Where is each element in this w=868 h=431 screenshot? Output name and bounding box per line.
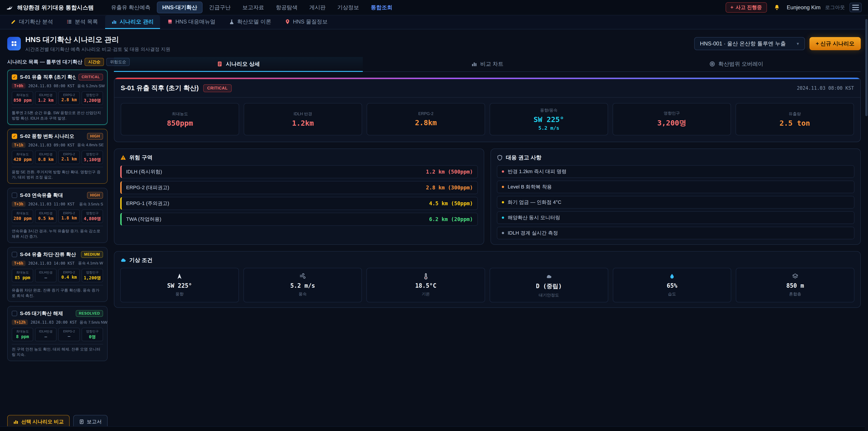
incident-select[interactable]: HNS-001 · 울산 온산항 톨루엔 누출 ▾ (694, 37, 805, 50)
page-scrollbar[interactable] (865, 16, 868, 431)
scenario-stat: ERPG-22.8 km (58, 91, 80, 105)
scenario-card-s02[interactable]: S-02 풍향 변화 시나리오 HIGH T+1h 2024.11.03 09:… (7, 129, 107, 184)
nav-item-oil-spill-prediction[interactable]: 유출유 확산예측 (105, 2, 156, 13)
scenario-checkbox[interactable] (12, 311, 17, 316)
scenario-card-s03[interactable]: S-03 연속유출 확대 HIGH T+3h 2024.11.03 11:00 … (7, 188, 107, 243)
stat-value: 1,200명 (84, 275, 101, 281)
scenario-description: 전 구역 안전 농도 확인. 대피 해제. 잔류 오염 모니터링 지속. (12, 344, 103, 358)
stat-label: 영향인구 (86, 152, 99, 156)
footer-bar (0, 426, 868, 431)
sort-by-time-button[interactable]: 시간순 (85, 58, 104, 66)
page-grid-icon (7, 37, 21, 51)
nav-item-integrated-search[interactable]: 통합조회 (365, 2, 398, 13)
recommendation-text: 반경 1.2km 즉시 대피 명령 (508, 168, 566, 175)
new-scenario-button[interactable]: + 신규 시나리오 (809, 37, 861, 50)
stat-label: 영향인구 (86, 271, 99, 275)
scenario-wind: 풍속 3.5m/s S (79, 202, 103, 207)
danger-zone-row-erpg2: ERPG-2 (대피권고) 2.8 km (300ppm) (120, 181, 478, 194)
stat-value: 420 ppm (13, 157, 31, 162)
scenario-stat: 영향인구5,100명 (82, 151, 103, 164)
tab-hns-substance-info[interactable]: HNS 물질정보 (278, 16, 334, 29)
time-offset-badge: T+3h (12, 202, 26, 207)
cloud-icon (546, 273, 552, 280)
tab-label: 대기확산 분석 (19, 18, 53, 25)
tab-label: 시나리오 관리 (120, 18, 154, 25)
stat-label: IDLH반경 (39, 271, 53, 275)
stat-value: — (44, 275, 47, 280)
tab-scenario-detail[interactable]: 시나리오 상세 (114, 57, 363, 72)
scenario-checkbox[interactable] (12, 74, 17, 80)
brand-title: 해양환경 위기대응 통합시스템 (17, 4, 94, 11)
weather-label: 습도 (668, 291, 676, 297)
scenario-checkbox[interactable] (12, 192, 17, 198)
hamburger-menu-button[interactable] (849, 3, 862, 12)
tab-compare-chart[interactable]: 비교 차트 (363, 57, 612, 72)
stat-value: 280 ppm (13, 216, 31, 221)
stat-label: IDLH반경 (39, 152, 53, 156)
scenario-card-s01[interactable]: S-01 유출 직후 (초기 확산) CRITICAL T+0h 2024.11… (7, 70, 107, 125)
zone-value: 4.5 km (50ppm) (429, 201, 473, 206)
stat-label: ERPG-2 (63, 211, 75, 215)
brand-logo-icon (6, 4, 13, 11)
scenario-datetime: 2024.11.03 08:00 KST (28, 84, 74, 88)
weather-card-stability: D (중립) 대기안정도 (490, 268, 608, 302)
detail-title: S-01 유출 직후 (초기 확산) (121, 84, 199, 93)
severity-badge: HIGH (87, 192, 103, 199)
nav-item-board[interactable]: 게시판 (304, 2, 331, 13)
main-layout: 시나리오 목록 — 톨루엔 대기확산 시간순 위험도순 S-01 유출 직후 (… (0, 57, 868, 431)
danger-zone-row-idlh: IDLH (즉시위험) 1.2 km (500ppm) (120, 165, 478, 178)
detail-stat-wind: 풍향/풍속 SW 225° 5.2 m/s (490, 103, 608, 135)
time-offset-badge: T+6h (12, 260, 26, 266)
scenario-sidebar: 시나리오 목록 — 톨루엔 대기확산 시간순 위험도순 S-01 유출 직후 (… (7, 57, 107, 431)
stat-label: 영향인구 (664, 111, 680, 116)
weather-label: 풍향 (176, 291, 184, 297)
logout-link[interactable]: 로그아웃 (825, 4, 845, 11)
stat-value: 1.2 km (38, 98, 54, 102)
stat-label: 최대농도 (16, 271, 29, 275)
incident-status-badge[interactable]: + 사고 진행중 (725, 2, 767, 13)
nav-item-aerial-search[interactable]: 항공탐색 (270, 2, 303, 13)
scenario-checkbox[interactable] (12, 252, 17, 257)
tab-scenario-management[interactable]: 시나리오 관리 (105, 16, 160, 29)
stat-label: 영향인구 (86, 330, 99, 334)
detail-stat-spill-amount: 유출량 2.5 ton (736, 103, 854, 135)
page-title: HNS 대기확산 시나리오 관리 (25, 35, 170, 45)
nav-item-report-materials[interactable]: 보고자료 (237, 2, 270, 13)
user-name: Eunjeong Kim (787, 4, 820, 11)
panel-title: 위험 구역 (129, 154, 153, 161)
scenario-card-s05[interactable]: S-05 대기확산 해제 RESOLVED T+12h 2024.11.03 2… (7, 306, 107, 361)
stat-label: IDLH반경 (39, 93, 53, 97)
scrollbar-thumb[interactable] (865, 19, 868, 116)
panel-title: 대응 권고 사항 (506, 154, 541, 161)
detail-datetime: 2024.11.03 08:00 KST (797, 86, 854, 91)
nav-item-weather-info[interactable]: 기상정보 (332, 2, 364, 13)
stat-label: IDLH반경 (39, 330, 53, 334)
list-icon (67, 19, 72, 24)
stat-value-secondary: 5.2 m/s (538, 125, 559, 131)
notification-bell-button[interactable] (772, 2, 782, 13)
nav-item-emergency-rescue[interactable]: 긴급구난 (204, 2, 236, 13)
stat-value: 8 ppm (16, 334, 29, 339)
scenario-description: 풍향 SE 전환. 주거지역 방향 확산 확대. 영향인구 증가, 대피 범위 … (12, 167, 103, 180)
scenario-title: S-05 대기확산 해제 (20, 310, 73, 317)
scenario-card-s04[interactable]: S-04 유출 차단·잔류 확산 MEDIUM T+6h 2024.11.03 … (7, 247, 107, 302)
zone-label: ERPG-2 (대피권고) (126, 184, 169, 191)
weather-value: 850 m (786, 282, 804, 289)
stat-label: 풍향/풍속 (540, 107, 557, 113)
severity-badge: HIGH (87, 133, 103, 140)
tab-atmospheric-analysis[interactable]: 대기확산 분석 (4, 16, 59, 29)
tab-hns-response-manual[interactable]: HNS 대응매뉴얼 (161, 16, 222, 29)
brand[interactable]: 해양환경 위기대응 통합시스템 (6, 4, 94, 11)
tab-diffusion-range-overlay[interactable]: 확산범위 오버레이 (612, 57, 861, 72)
stat-label: ERPG-2 (418, 112, 433, 116)
zone-value: 6.2 km (20ppm) (429, 216, 473, 222)
bullet-dot (502, 217, 504, 219)
nav-item-hns-diffusion[interactable]: HNS·대기확산 (157, 2, 203, 13)
recommendation-text: IDLH 경계 실시간 측정 (508, 229, 558, 237)
detail-tab-bar: 시나리오 상세 비교 차트 확산범위 오버레이 (114, 57, 861, 72)
scenario-stat: ERPG-22.1 km (58, 151, 80, 164)
scenario-checkbox[interactable] (12, 133, 17, 139)
tab-diffusion-model-theory[interactable]: 확산모델 이론 (223, 16, 278, 29)
tab-analysis-list[interactable]: 분석 목록 (60, 16, 104, 29)
tab-label: 비교 차트 (480, 60, 504, 68)
